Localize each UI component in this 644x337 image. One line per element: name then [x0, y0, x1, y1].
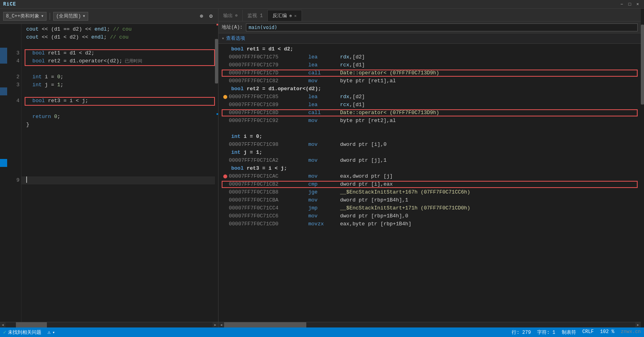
code-line: bool ret1 = d1 < d2;	[21, 49, 215, 57]
disasm-asm-line: 00007FF7F0C71C89 lea rcx,[d1]	[219, 101, 641, 109]
disasm-content[interactable]: bool ret1 = d1 < d2; 00007FF7F0C71C75 le…	[219, 44, 641, 322]
disasm-vscrollbar-thumb	[641, 25, 644, 105]
close-button[interactable]: ×	[634, 1, 641, 8]
cursor-line[interactable]	[21, 176, 215, 184]
pin-icon[interactable]: ⊕	[197, 12, 205, 20]
disasm-source-line: int i = 0;	[219, 133, 641, 141]
tab-disasm-label: 反汇编	[273, 12, 287, 19]
status-no-issues: ✓ 未找到相关问题	[3, 329, 41, 336]
scope-dropdown-arrow: ▾	[83, 13, 85, 19]
breakpoint-icon	[223, 174, 227, 178]
scope-dropdown-label: (全局范围)	[56, 13, 81, 19]
code-line	[21, 105, 215, 113]
status-line: 行: 279	[512, 329, 531, 336]
editor-content: 3 4 2 3 4 9	[0, 24, 218, 322]
view-options-arrow: ▾	[222, 36, 224, 41]
scroll-right-arrow[interactable]: ▶	[213, 322, 218, 328]
tab-disasm-pin: ⊕	[289, 14, 292, 18]
disasm-asm-line: 00007FF7F0C71C98 mov dword ptr [i],0	[219, 141, 641, 149]
disasm-hscrollbar[interactable]: ◀ ▶	[219, 322, 641, 327]
disasm-asm-line: 00007FF7F0C71CC6 mov dword ptr [rbp+1B4h…	[219, 212, 641, 220]
view-options-link[interactable]: 查看选项	[226, 35, 245, 42]
boxed-region-2: bool ret3 = i < j;	[21, 97, 215, 105]
code-line	[21, 89, 215, 97]
status-no-issues-label: 未找到相关问题	[8, 329, 41, 336]
title-bar: RiCE − □ ×	[0, 0, 644, 9]
disasm-source-line: int j = 1;	[219, 149, 641, 157]
address-bar: 地址(A):	[219, 21, 641, 33]
line-numbers: 3 4 2 3 4 9	[7, 24, 21, 322]
scroll-track[interactable]	[6, 322, 213, 327]
scroll-thumb	[16, 322, 47, 327]
status-char: 字符: 1	[537, 329, 555, 336]
disasm-source-line: bool ret2 = d1.operator<(d2);	[219, 85, 641, 93]
status-warning-icon-area: ⚠ ▾	[48, 329, 55, 335]
class-dropdown[interactable]: 8_C++类和对象 ▾	[3, 12, 46, 21]
title-bar-controls: − □ ×	[619, 1, 641, 8]
title-bar-left: RiCE	[3, 2, 16, 7]
status-check-icon: ✓	[3, 329, 6, 335]
left-pane-scrollbar[interactable]	[215, 24, 218, 322]
class-dropdown-label: 8_C++类和对象	[6, 13, 39, 19]
code-line: return 0;	[21, 113, 215, 121]
code-line: bool ret3 = i < j;	[21, 97, 215, 105]
view-options-bar: ▾ 查看选项	[219, 33, 641, 44]
status-warning-icon: ⚠	[48, 329, 51, 335]
disasm-scroll-track[interactable]	[224, 322, 635, 327]
code-line	[21, 41, 215, 49]
code-line	[21, 168, 215, 176]
tab-output[interactable]: 输出 ⊕	[219, 10, 243, 21]
status-table-symbol: 制表符	[562, 329, 576, 336]
editor-toolbar: 8_C++类和对象 ▾ (全局范围) ▾ ⊕ ⚙	[0, 9, 218, 24]
disasm-vscrollbar[interactable]	[641, 9, 644, 327]
status-right: 行: 279 字符: 1 制表符 CRLF 102 % znwx.cn	[512, 329, 641, 336]
disasm-asm-line: 00007FF7F0C71C79 lea rcx,[d1]	[219, 61, 641, 69]
disasm-asm-line: 00007FF7F0C71C82 mov byte ptr [ret1],al	[219, 77, 641, 85]
disasm-highlighted-line: 00007FF7F0C71C8D call Date::operator< (0…	[219, 109, 641, 117]
minimize-button[interactable]: −	[619, 1, 625, 8]
tab-disasm[interactable]: 反汇编 ⊕ ✕	[268, 10, 302, 21]
disasm-empty-line	[219, 125, 641, 133]
disasm-source-line: bool ret3 = i < j;	[219, 165, 641, 172]
address-input[interactable]	[246, 23, 638, 31]
tab-monitor-label: 监视 1	[248, 12, 263, 19]
scroll-left-arrow[interactable]: ◀	[0, 322, 6, 328]
editor-margin	[0, 24, 7, 322]
class-dropdown-arrow: ▾	[41, 13, 44, 19]
status-check2-icon: ▾	[52, 330, 55, 335]
disasm-scroll-left[interactable]: ◀	[219, 322, 224, 328]
code-line: bool ret2 = d1.operator<(d2); 已用时间	[21, 57, 215, 65]
code-area[interactable]: cout << (d1 == d2) << endl; // cou cout …	[21, 24, 215, 322]
code-line: cout << (d1 < d2) << endl; // cou	[21, 33, 215, 41]
disasm-source-line: bool ret1 = d1 < d2;	[219, 45, 641, 53]
tab-monitor[interactable]: 监视 1	[243, 10, 268, 21]
boxed-region-1: bool ret1 = d1 < d2; bool ret2 = d1.oper…	[21, 49, 215, 65]
maximize-button[interactable]: □	[627, 1, 633, 8]
code-line	[21, 161, 215, 168]
toolbar-separator	[50, 13, 50, 20]
disasm-scroll-right[interactable]: ▶	[635, 322, 641, 328]
scope-dropdown[interactable]: (全局范围) ▾	[53, 12, 88, 21]
settings-icon[interactable]: ⚙	[207, 12, 215, 20]
code-line	[21, 145, 215, 153]
disasm-asm-line: 00007FF7F0C71C75 lea rdx,[d2]	[219, 53, 641, 61]
bookmark-icon	[223, 95, 227, 99]
disasm-asm-line: 00007FF7F0C71C85 lea rdx,[d2]	[219, 93, 641, 101]
status-crlf: CRLF	[582, 329, 594, 336]
address-label: 地址(A):	[222, 24, 243, 31]
code-line: }	[21, 121, 215, 129]
main-container: 8_C++类和对象 ▾ (全局范围) ▾ ⊕ ⚙	[0, 9, 644, 327]
disasm-asm-line: 00007FF7F0C71C92 mov byte ptr [ret2],al	[219, 117, 641, 125]
left-pane-hscrollbar[interactable]: ◀ ▶	[0, 322, 218, 327]
disasm-asm-line: 00007FF7F0C71CB8 jge __$EncStackInitStar…	[219, 188, 641, 196]
disasm-highlighted-line: 00007FF7F0C71CB2 cmp dword ptr [i],eax	[219, 180, 641, 188]
disasm-highlighted-line: 00007FF7F0C71C7D call Date::operator< (0…	[219, 69, 641, 77]
code-line	[21, 153, 215, 161]
code-line	[21, 129, 215, 137]
status-watermark: znwx.cn	[621, 329, 641, 336]
status-bar: ✓ 未找到相关问题 ⚠ ▾ 行: 279 字符: 1 制表符 CRLF 102 …	[0, 327, 644, 337]
panel-tabs: 输出 ⊕ 监视 1 反汇编 ⊕ ✕	[219, 9, 641, 21]
disasm-asm-line: 00007FF7F0C71CBA mov dword ptr [rbp+1B4h…	[219, 196, 641, 204]
code-line-int-j: int j = 1;	[21, 81, 215, 89]
tab-disasm-close[interactable]: ✕	[294, 14, 296, 18]
